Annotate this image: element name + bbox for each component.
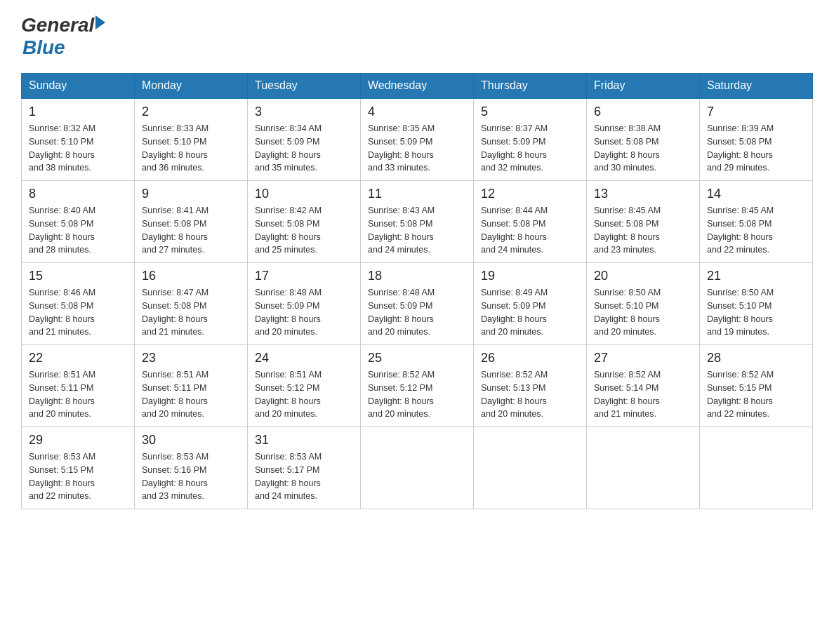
day-number: 3 [255, 105, 353, 119]
day-number: 24 [255, 351, 353, 365]
calendar-day-cell: 15 Sunrise: 8:46 AM Sunset: 5:08 PM Dayl… [22, 263, 135, 345]
calendar-day-cell: 11 Sunrise: 8:43 AM Sunset: 5:08 PM Dayl… [361, 181, 474, 263]
calendar-day-cell: 4 Sunrise: 8:35 AM Sunset: 5:09 PM Dayli… [361, 98, 474, 181]
day-info: Sunrise: 8:53 AM Sunset: 5:16 PM Dayligh… [142, 450, 240, 503]
logo: General Blue [21, 14, 105, 59]
day-number: 8 [29, 187, 127, 201]
day-number: 22 [29, 351, 127, 365]
day-info: Sunrise: 8:52 AM Sunset: 5:12 PM Dayligh… [368, 368, 466, 421]
day-of-week-header: Wednesday [361, 74, 474, 99]
day-info: Sunrise: 8:45 AM Sunset: 5:08 PM Dayligh… [707, 204, 805, 257]
day-info: Sunrise: 8:35 AM Sunset: 5:09 PM Dayligh… [368, 122, 466, 175]
day-number: 14 [707, 187, 805, 201]
calendar-week-row: 29 Sunrise: 8:53 AM Sunset: 5:15 PM Dayl… [22, 427, 813, 509]
day-number: 15 [29, 269, 127, 283]
day-number: 4 [368, 105, 466, 119]
day-info: Sunrise: 8:38 AM Sunset: 5:08 PM Dayligh… [594, 122, 692, 175]
calendar-day-cell: 22 Sunrise: 8:51 AM Sunset: 5:11 PM Dayl… [22, 345, 135, 427]
day-of-week-header: Tuesday [248, 74, 361, 99]
calendar-day-cell: 17 Sunrise: 8:48 AM Sunset: 5:09 PM Dayl… [248, 263, 361, 345]
logo-blue-text: Blue [22, 36, 65, 59]
calendar-day-cell: 26 Sunrise: 8:52 AM Sunset: 5:13 PM Dayl… [474, 345, 587, 427]
day-number: 7 [707, 105, 805, 119]
calendar-day-cell: 27 Sunrise: 8:52 AM Sunset: 5:14 PM Dayl… [587, 345, 700, 427]
calendar-day-cell [700, 427, 813, 509]
day-number: 18 [368, 269, 466, 283]
day-info: Sunrise: 8:37 AM Sunset: 5:09 PM Dayligh… [481, 122, 579, 175]
calendar-week-row: 1 Sunrise: 8:32 AM Sunset: 5:10 PM Dayli… [22, 98, 813, 181]
calendar-header-row: SundayMondayTuesdayWednesdayThursdayFrid… [22, 74, 813, 99]
day-info: Sunrise: 8:32 AM Sunset: 5:10 PM Dayligh… [29, 122, 127, 175]
calendar-day-cell: 19 Sunrise: 8:49 AM Sunset: 5:09 PM Dayl… [474, 263, 587, 345]
day-number: 12 [481, 187, 579, 201]
calendar-day-cell: 3 Sunrise: 8:34 AM Sunset: 5:09 PM Dayli… [248, 98, 361, 181]
day-info: Sunrise: 8:42 AM Sunset: 5:08 PM Dayligh… [255, 204, 353, 257]
day-number: 28 [707, 351, 805, 365]
calendar-day-cell [361, 427, 474, 509]
day-info: Sunrise: 8:43 AM Sunset: 5:08 PM Dayligh… [368, 204, 466, 257]
page-header: General Blue [21, 14, 813, 59]
day-info: Sunrise: 8:52 AM Sunset: 5:15 PM Dayligh… [707, 368, 805, 421]
day-number: 10 [255, 187, 353, 201]
calendar-day-cell: 12 Sunrise: 8:44 AM Sunset: 5:08 PM Dayl… [474, 181, 587, 263]
calendar-day-cell: 13 Sunrise: 8:45 AM Sunset: 5:08 PM Dayl… [587, 181, 700, 263]
day-info: Sunrise: 8:52 AM Sunset: 5:13 PM Dayligh… [481, 368, 579, 421]
calendar-day-cell: 16 Sunrise: 8:47 AM Sunset: 5:08 PM Dayl… [135, 263, 248, 345]
day-info: Sunrise: 8:33 AM Sunset: 5:10 PM Dayligh… [142, 122, 240, 175]
day-number: 21 [707, 269, 805, 283]
calendar-day-cell: 14 Sunrise: 8:45 AM Sunset: 5:08 PM Dayl… [700, 181, 813, 263]
day-info: Sunrise: 8:44 AM Sunset: 5:08 PM Dayligh… [481, 204, 579, 257]
day-info: Sunrise: 8:45 AM Sunset: 5:08 PM Dayligh… [594, 204, 692, 257]
day-number: 27 [594, 351, 692, 365]
day-number: 1 [29, 105, 127, 119]
day-of-week-header: Monday [135, 74, 248, 99]
calendar-day-cell: 28 Sunrise: 8:52 AM Sunset: 5:15 PM Dayl… [700, 345, 813, 427]
calendar-week-row: 8 Sunrise: 8:40 AM Sunset: 5:08 PM Dayli… [22, 181, 813, 263]
calendar-day-cell: 23 Sunrise: 8:51 AM Sunset: 5:11 PM Dayl… [135, 345, 248, 427]
calendar-day-cell: 24 Sunrise: 8:51 AM Sunset: 5:12 PM Dayl… [248, 345, 361, 427]
day-info: Sunrise: 8:53 AM Sunset: 5:17 PM Dayligh… [255, 450, 353, 503]
calendar-day-cell: 25 Sunrise: 8:52 AM Sunset: 5:12 PM Dayl… [361, 345, 474, 427]
day-of-week-header: Sunday [22, 74, 135, 99]
day-number: 23 [142, 351, 240, 365]
calendar-day-cell: 7 Sunrise: 8:39 AM Sunset: 5:08 PM Dayli… [700, 98, 813, 181]
day-info: Sunrise: 8:40 AM Sunset: 5:08 PM Dayligh… [29, 204, 127, 257]
day-info: Sunrise: 8:51 AM Sunset: 5:11 PM Dayligh… [142, 368, 240, 421]
day-info: Sunrise: 8:53 AM Sunset: 5:15 PM Dayligh… [29, 450, 127, 503]
calendar-day-cell [474, 427, 587, 509]
day-number: 20 [594, 269, 692, 283]
calendar-day-cell: 10 Sunrise: 8:42 AM Sunset: 5:08 PM Dayl… [248, 181, 361, 263]
day-info: Sunrise: 8:48 AM Sunset: 5:09 PM Dayligh… [368, 286, 466, 339]
day-number: 13 [594, 187, 692, 201]
day-info: Sunrise: 8:52 AM Sunset: 5:14 PM Dayligh… [594, 368, 692, 421]
day-number: 19 [481, 269, 579, 283]
day-info: Sunrise: 8:46 AM Sunset: 5:08 PM Dayligh… [29, 286, 127, 339]
calendar-day-cell: 2 Sunrise: 8:33 AM Sunset: 5:10 PM Dayli… [135, 98, 248, 181]
calendar-day-cell: 18 Sunrise: 8:48 AM Sunset: 5:09 PM Dayl… [361, 263, 474, 345]
day-info: Sunrise: 8:50 AM Sunset: 5:10 PM Dayligh… [707, 286, 805, 339]
calendar-week-row: 22 Sunrise: 8:51 AM Sunset: 5:11 PM Dayl… [22, 345, 813, 427]
day-of-week-header: Thursday [474, 74, 587, 99]
day-info: Sunrise: 8:47 AM Sunset: 5:08 PM Dayligh… [142, 286, 240, 339]
day-number: 9 [142, 187, 240, 201]
day-number: 2 [142, 105, 240, 119]
day-info: Sunrise: 8:39 AM Sunset: 5:08 PM Dayligh… [707, 122, 805, 175]
day-info: Sunrise: 8:41 AM Sunset: 5:08 PM Dayligh… [142, 204, 240, 257]
day-number: 5 [481, 105, 579, 119]
calendar-day-cell [587, 427, 700, 509]
day-number: 25 [368, 351, 466, 365]
day-info: Sunrise: 8:49 AM Sunset: 5:09 PM Dayligh… [481, 286, 579, 339]
day-info: Sunrise: 8:50 AM Sunset: 5:10 PM Dayligh… [594, 286, 692, 339]
logo-general-text: General [21, 14, 94, 36]
day-number: 11 [368, 187, 466, 201]
calendar-table: SundayMondayTuesdayWednesdayThursdayFrid… [21, 73, 813, 509]
calendar-day-cell: 31 Sunrise: 8:53 AM Sunset: 5:17 PM Dayl… [248, 427, 361, 509]
calendar-day-cell: 1 Sunrise: 8:32 AM Sunset: 5:10 PM Dayli… [22, 98, 135, 181]
logo-arrow-icon [95, 15, 105, 29]
day-number: 6 [594, 105, 692, 119]
day-number: 31 [255, 433, 353, 448]
day-of-week-header: Friday [587, 74, 700, 99]
day-number: 16 [142, 269, 240, 283]
calendar-day-cell: 9 Sunrise: 8:41 AM Sunset: 5:08 PM Dayli… [135, 181, 248, 263]
calendar-day-cell: 8 Sunrise: 8:40 AM Sunset: 5:08 PM Dayli… [22, 181, 135, 263]
